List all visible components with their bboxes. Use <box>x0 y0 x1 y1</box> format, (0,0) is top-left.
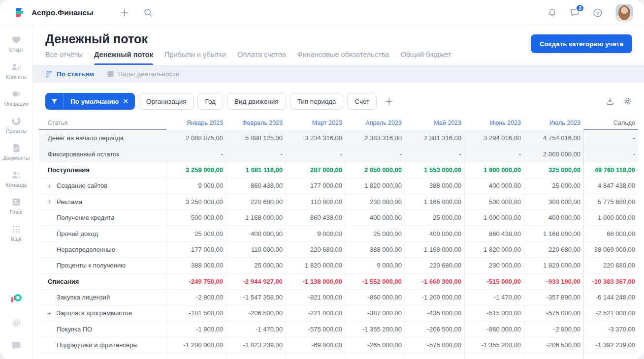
value-cell: 860 438,00 <box>464 226 524 241</box>
sidebar-item-plan[interactable]: План <box>1 193 31 218</box>
active-filter-chip[interactable]: По умолчанию ✕ <box>45 93 135 110</box>
expand-row-icon[interactable]: + <box>47 182 51 190</box>
aspro-product-logo[interactable] <box>9 292 23 306</box>
table-row[interactable]: Прочий доход25 000,00400 000,009 000,002… <box>39 226 638 241</box>
value-cell: -1 900,00 <box>166 322 226 337</box>
value-cell: 3 250 000,00 <box>166 194 226 210</box>
column-header-feb[interactable]: Февраль 2023 <box>226 116 286 130</box>
table-row[interactable]: +Создание сайтов9 000,00860 438,00177 00… <box>39 178 638 194</box>
table-row[interactable]: Поступления3 259 000,001 081 118,00287 0… <box>39 162 638 178</box>
value-cell: -3 000,00 <box>166 353 226 359</box>
search-button[interactable] <box>143 8 153 18</box>
operations-icon <box>11 89 22 99</box>
value-cell: - <box>286 146 345 162</box>
sidebar-settings-gear-icon[interactable] <box>11 318 22 329</box>
column-header-apr[interactable]: Апрель 2023 <box>345 116 405 130</box>
user-avatar[interactable] <box>615 4 633 22</box>
filter-chip-organization[interactable]: Организация <box>139 93 193 110</box>
row-label: +Реклама <box>39 194 166 210</box>
sidebar-item-team[interactable]: Команда <box>1 166 31 191</box>
sidebar-item-documents[interactable]: Документы <box>1 139 31 164</box>
subtab-activity-kinds[interactable]: Виды деятельности <box>107 70 179 78</box>
brand-logo-icon <box>14 6 27 19</box>
tab-profit-loss[interactable]: Прибыли и убытки <box>164 51 226 65</box>
export-download-icon[interactable] <box>606 97 614 106</box>
table-row[interactable]: Нераспределенные177 000,00110 000,00220 … <box>39 242 638 258</box>
table-row[interactable]: Проценты к получению388 000,0025 000,001… <box>39 258 638 273</box>
value-cell: 300 000,00 <box>524 194 583 210</box>
add-filter-button[interactable] <box>382 97 397 106</box>
value-cell: 25 000,00 <box>345 226 405 241</box>
plan-icon <box>11 197 22 208</box>
sidebar-item-start[interactable]: Старт <box>1 30 31 56</box>
tab-general-budget[interactable]: Общий бюджет <box>400 51 451 65</box>
table-row[interactable]: Покупка ПО-1 900,00-1 470,00-575 000,00-… <box>39 322 638 337</box>
column-header-jul[interactable]: Июль 2023 <box>524 116 583 130</box>
remove-filter-icon[interactable]: ✕ <box>123 97 135 105</box>
value-cell: -1 200 000,00 <box>166 337 226 353</box>
saldo-cell: - <box>583 130 638 146</box>
filter-chip-period-type[interactable]: Тип периода <box>290 93 344 110</box>
add-button[interactable] <box>120 8 129 18</box>
table-row[interactable]: Подрядчики и фрилансеры-1 200 000,00-1 0… <box>39 337 638 353</box>
sidebar-item-more[interactable]: Ещё <box>1 220 31 245</box>
active-filter-label: По умолчанию <box>64 98 123 105</box>
value-cell: 1 820 000,00 <box>464 242 524 258</box>
sidebar-item-operations[interactable]: Операции <box>1 85 31 110</box>
filter-chip-movement-type[interactable]: Вид движения <box>227 93 286 110</box>
value-cell: - <box>166 146 226 162</box>
column-header-mar[interactable]: Март 2023 <box>286 116 345 130</box>
subtab-by-items[interactable]: По статьям <box>45 70 94 78</box>
table-row[interactable]: +Реклама3 250 000,00220 680,00110 000,00… <box>39 194 638 210</box>
expand-row-icon[interactable]: + <box>47 198 51 206</box>
brand[interactable]: Аспро.Финансы <box>14 6 93 19</box>
expand-row-icon[interactable]: + <box>47 309 51 317</box>
tab-cash-flow[interactable]: Денежный поток <box>94 51 153 65</box>
tab-all-reports[interactable]: Все отчёты <box>45 51 83 65</box>
sidebar-item-projects[interactable]: Проекты <box>1 112 31 137</box>
column-header-jun[interactable]: Июнь 2023 <box>464 116 524 130</box>
value-cell: -515 000,00 <box>464 305 524 321</box>
create-category-button[interactable]: Создать категорию учета <box>531 34 632 53</box>
column-header-may[interactable]: Май 2023 <box>405 116 464 130</box>
help-icon[interactable]: ? <box>592 7 603 18</box>
tab-financial-obligations[interactable]: Финансовые обязательства <box>297 51 389 65</box>
value-cell: 25 000,00 <box>226 258 286 273</box>
saldo-cell: 1 000 000,00 <box>583 210 638 226</box>
notifications-bell-icon[interactable] <box>547 7 557 18</box>
column-header-saldo: Сальдо <box>583 116 638 130</box>
more-grid-icon <box>11 224 22 235</box>
sort-lines-icon <box>45 70 53 78</box>
value-cell: 388 000,00 <box>405 178 464 194</box>
value-cell: -387 000,00 <box>345 305 405 321</box>
stacked-rows-icon <box>107 70 114 78</box>
table-header-row: Статья Январь 2023 Февраль 2023 Март 202… <box>39 116 638 130</box>
table-row[interactable]: +Зарплата программистов-3 000,00-1 547 3… <box>39 353 638 359</box>
value-cell: - <box>226 146 286 162</box>
tab-bill-payment[interactable]: Оплата счетов <box>237 51 286 65</box>
value-cell: 400 000,00 <box>524 210 583 226</box>
expand-row-icon[interactable]: + <box>47 357 51 359</box>
table-row[interactable]: +Зарплата программистов-181 500,00-206 5… <box>39 305 638 321</box>
filter-chip-account[interactable]: Счет <box>347 93 377 110</box>
value-cell: 9 000,00 <box>345 258 405 273</box>
table-row[interactable]: Закупка лицензий-2 800,00-1 547 358,00-8… <box>39 290 638 305</box>
value-cell: -1 355 200,00 <box>345 322 405 337</box>
row-label: Проценты к получению <box>39 258 166 273</box>
value-cell: 9 000,00 <box>166 178 226 194</box>
page-header: Денежный поток Создать категорию учета В… <box>33 26 644 65</box>
column-header-jan[interactable]: Январь 2023 <box>166 116 226 130</box>
table-settings-gear-icon[interactable] <box>623 97 632 106</box>
value-cell: -1 200 000,00 <box>405 290 464 305</box>
sidebar-feedback-chat-icon[interactable] <box>11 340 22 351</box>
sidebar-item-clients[interactable]: Клиенты <box>1 58 31 83</box>
filter-chip-year[interactable]: Год <box>197 93 223 110</box>
table-row[interactable]: Денег на начало периода2 088 875,005 098… <box>39 130 638 146</box>
value-cell: 177 000,00 <box>166 242 226 258</box>
row-label: +Создание сайтов <box>39 178 166 194</box>
table-row[interactable]: Списания-249 750,00-2 944 927,00-1 138 0… <box>39 274 638 290</box>
messages-icon[interactable]: 3 <box>570 7 580 18</box>
table-row[interactable]: Фиксированный остаток------2 000 000,00- <box>39 146 638 162</box>
table-row[interactable]: Получение кредита500 000,001 168 000,008… <box>39 210 638 226</box>
value-cell: 388 000,00 <box>166 258 226 273</box>
